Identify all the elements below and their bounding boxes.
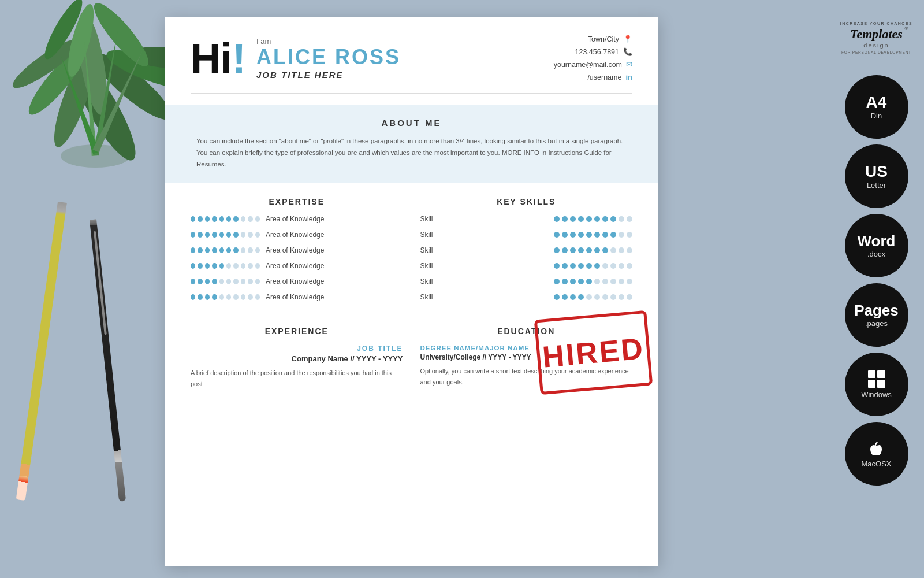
word-sub: .docx: [867, 250, 885, 258]
skill-label: Skill: [420, 246, 444, 254]
skill-dot: [586, 247, 592, 253]
expertise-dot: [226, 263, 231, 269]
expertise-dot: [226, 279, 231, 284]
skill-dot: [610, 279, 616, 284]
name-section: I am ALICE ROSS JOB TITLE HERE: [256, 37, 401, 80]
skill-dot: [627, 247, 632, 253]
a4-sub: Din: [871, 112, 882, 120]
a4-button[interactable]: A4 Din: [845, 75, 908, 139]
expertise-dot: [198, 294, 202, 300]
expertise-dot: [212, 279, 217, 284]
header-left: Hi! I am ALICE ROSS JOB TITLE HERE: [191, 37, 401, 80]
person-name: ALICE ROSS: [256, 47, 401, 68]
experience-title: EXPERIENCE: [191, 327, 403, 336]
skill-dot: [602, 263, 608, 269]
expertise-dot: [191, 216, 195, 222]
job-description: A brief description of the position and …: [191, 368, 403, 388]
skill-dots: [554, 247, 632, 253]
skill-label: Skill: [420, 293, 444, 301]
skill-dot: [586, 279, 592, 284]
resume-paper: Hi! I am ALICE ROSS JOB TITLE HERE Town/…: [165, 17, 658, 566]
skill-dot: [619, 294, 624, 300]
expertise-dot: [226, 216, 231, 222]
expertise-dot: [255, 216, 260, 222]
expertise-dot: [255, 232, 260, 238]
expertise-dot: [219, 232, 224, 238]
expertise-dot: [219, 247, 224, 253]
email-address: yourname@mail.com: [554, 61, 622, 69]
brand-name: Templates: [850, 27, 903, 42]
skill-label: Skill: [420, 231, 444, 239]
expertise-dot: [226, 232, 231, 238]
skill-dot: [586, 263, 592, 269]
skill-dot: [610, 216, 616, 222]
skill-dot: [562, 263, 568, 269]
expertise-dot: [198, 263, 202, 269]
skill-label: Skill: [420, 215, 444, 223]
expertise-label: Area of Knowledge: [266, 231, 324, 239]
expertise-dot: [191, 247, 195, 253]
skill-dot: [586, 232, 592, 238]
skill-dots: [554, 232, 632, 238]
word-main: Word: [858, 233, 896, 250]
expertise-dot: [255, 247, 260, 253]
expertise-dot: [198, 232, 202, 238]
location-label: Town/City: [588, 35, 619, 43]
skill-dot: [619, 232, 624, 238]
pages-button[interactable]: Pages .pages: [845, 283, 908, 347]
education-section: EDUCATION DEGREE NAME/MAJOR NAME Univers…: [420, 327, 633, 388]
skill-dot: [610, 263, 616, 269]
company-name: Company Name // YYYY - YYYY: [191, 354, 403, 363]
skill-dot: [554, 294, 560, 300]
expertise-dot: [233, 247, 238, 253]
linkedin-handle: /username: [587, 73, 621, 81]
skill-dot: [602, 247, 608, 253]
expertise-dot: [212, 294, 217, 300]
expertise-dot: [212, 247, 217, 253]
skill-dot: [627, 263, 632, 269]
skill-dot: [602, 232, 608, 238]
lower-section: EXPERIENCE JOB TITLE Company Name // YYY…: [165, 316, 658, 399]
resume-header: Hi! I am ALICE ROSS JOB TITLE HERE Town/…: [165, 17, 658, 93]
a4-main: A4: [866, 94, 887, 112]
hi-greeting: Hi!: [191, 38, 246, 79]
expertise-dot: [191, 263, 195, 269]
job-title-header: JOB TITLE HERE: [256, 70, 401, 80]
skill-dot: [610, 294, 616, 300]
expertise-dot: [248, 247, 252, 253]
expertise-dot: [205, 263, 210, 269]
about-title: ABOUT ME: [196, 118, 627, 128]
expertise-dot: [248, 294, 252, 300]
macosx-button[interactable]: MacOSX: [845, 422, 908, 486]
skill-dot: [594, 279, 600, 284]
phone-number: 123.456.7891: [575, 48, 619, 56]
expertise-dots: [191, 232, 260, 238]
expertise-dots: [191, 216, 260, 222]
expertise-dots: [191, 294, 260, 300]
expertise-label: Area of Knowledge: [266, 215, 324, 223]
pages-sub: .pages: [865, 319, 888, 328]
expertise-dot: [191, 294, 195, 300]
us-letter-button[interactable]: US Letter: [845, 144, 908, 208]
i-am-label: I am: [256, 37, 401, 46]
expertise-dot: [226, 247, 231, 253]
skill-dot: [602, 294, 608, 300]
key-skills-title: KEY SKILLS: [420, 197, 633, 206]
expertise-dot: [255, 279, 260, 284]
expertise-dot: [248, 232, 252, 238]
us-main: US: [865, 163, 888, 181]
word-button[interactable]: Word .docx: [845, 214, 908, 277]
skill-dot: [554, 263, 560, 269]
skill-dot: [586, 294, 592, 300]
expertise-row: Area of Knowledge: [191, 231, 403, 239]
skill-dot: [594, 263, 600, 269]
experience-section: EXPERIENCE JOB TITLE Company Name // YYY…: [191, 327, 403, 388]
windows-icon: [868, 370, 885, 388]
skill-row: Skill: [420, 293, 633, 301]
location-icon: 📍: [623, 35, 632, 43]
header-divider: [191, 93, 632, 94]
expertise-dot: [233, 294, 238, 300]
expertise-dot: [205, 232, 210, 238]
windows-button[interactable]: Windows: [845, 353, 908, 416]
skill-dot: [602, 216, 608, 222]
